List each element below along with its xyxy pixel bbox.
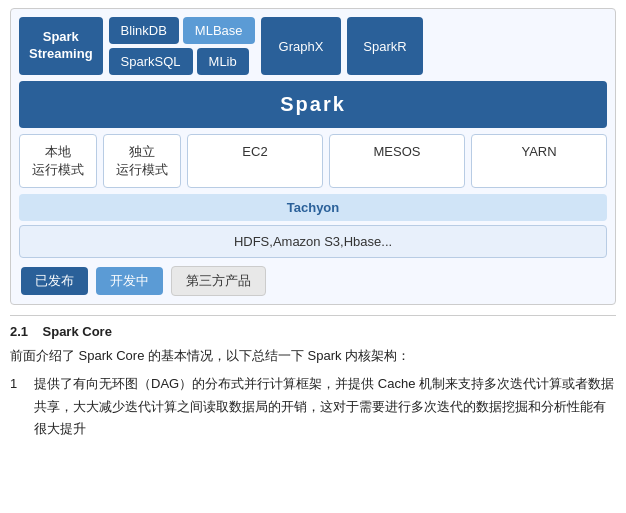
mlbase-label: MLBase — [195, 23, 243, 38]
hdfs-label: HDFS,Amazon S3,Hbase... — [234, 234, 392, 249]
local-mode-box: 本地运行模式 — [19, 134, 97, 188]
graphx-box: GraphX — [261, 17, 342, 75]
ec2-box: EC2 — [187, 134, 323, 188]
section-title: 2.1 Spark Core — [10, 324, 616, 339]
hdfs-row: HDFS,Amazon S3,Hbase... — [19, 225, 607, 258]
mlbase-box: MLBase — [183, 17, 255, 44]
blinkdb-label: BlinkDB — [121, 23, 167, 38]
tachyon-label: Tachyon — [287, 200, 340, 215]
hdfs-box: HDFS,Amazon S3,Hbase... — [19, 225, 607, 258]
ec2-label: EC2 — [242, 144, 267, 159]
yarn-box: YARN — [471, 134, 607, 188]
spark-streaming-label: Spark Streaming — [29, 29, 93, 63]
architecture-diagram: Spark Streaming BlinkDB MLBase SparkSQL … — [10, 8, 616, 305]
item1: 1 提供了有向无环图（DAG）的分布式并行计算框架，并提供 Cache 机制来支… — [10, 373, 616, 439]
sparkr-box: SparkR — [347, 17, 422, 75]
spark-main-label: Spark — [280, 93, 346, 115]
blinkdb-box: BlinkDB — [109, 17, 179, 44]
row1-middle-bottom: SparkSQL MLib — [109, 48, 255, 75]
spark-row: Spark — [19, 81, 607, 128]
yarn-label: YARN — [521, 144, 556, 159]
mesos-box: MESOS — [329, 134, 465, 188]
runtime-row: 本地运行模式 独立运行模式 EC2 MESOS YARN — [19, 134, 607, 188]
section-name: Spark Core — [43, 324, 112, 339]
graphx-label: GraphX — [279, 39, 324, 54]
item1-text: 提供了有向无环图（DAG）的分布式并行计算框架，并提供 Cache 机制来支持多… — [34, 373, 616, 439]
intro-paragraph: 前面介绍了 Spark Core 的基本情况，以下总结一下 Spark 内核架构… — [10, 345, 616, 367]
item1-num: 1 — [10, 373, 26, 439]
section-id: 2.1 — [10, 324, 28, 339]
standalone-mode-box: 独立运行模式 — [103, 134, 181, 188]
row1-middle-top: BlinkDB MLBase — [109, 17, 255, 44]
sparkr-label: SparkR — [363, 39, 406, 54]
sparksql-label: SparkSQL — [121, 54, 181, 69]
spark-main-box: Spark — [19, 81, 607, 128]
mlib-box: MLib — [197, 48, 249, 75]
standalone-mode-label: 独立运行模式 — [116, 144, 168, 177]
sparksql-box: SparkSQL — [109, 48, 193, 75]
tachyon-box: Tachyon — [19, 194, 607, 221]
mesos-label: MESOS — [374, 144, 421, 159]
released-button[interactable]: 已发布 — [21, 267, 88, 295]
third-party-button[interactable]: 第三方产品 — [171, 266, 266, 296]
mlib-label: MLib — [209, 54, 237, 69]
legend-row: 已发布 开发中 第三方产品 — [19, 266, 607, 296]
row1-middle: BlinkDB MLBase SparkSQL MLib — [109, 17, 255, 75]
tachyon-row: Tachyon — [19, 194, 607, 221]
local-mode-label: 本地运行模式 — [32, 144, 84, 177]
dev-button[interactable]: 开发中 — [96, 267, 163, 295]
spark-streaming-box: Spark Streaming — [19, 17, 103, 75]
row1: Spark Streaming BlinkDB MLBase SparkSQL … — [19, 17, 607, 75]
section-divider — [10, 315, 616, 316]
